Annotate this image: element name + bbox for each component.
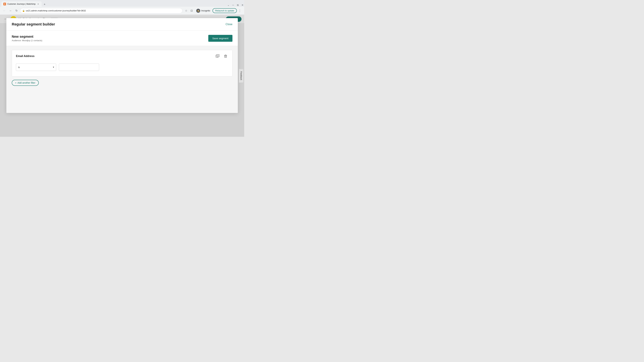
incognito-area: 🕵 Incognito <box>194 8 212 13</box>
audience-text: Audience: Moodjoy (1 contacts) <box>12 39 42 42</box>
trash-icon <box>224 54 228 58</box>
segment-header: New segment Audience: Moodjoy (1 contact… <box>6 31 238 46</box>
nav-bar: ← → ↻ 🔒 us21.admin.mailchimp.com/custome… <box>0 7 244 14</box>
segment-name: New segment <box>12 35 42 38</box>
filter-actions <box>215 53 228 59</box>
tab-favicon: M <box>3 3 6 5</box>
modal-overlay: Regular segment builder Close New segmen… <box>0 15 244 137</box>
forward-button[interactable]: → <box>8 8 13 13</box>
reload-button[interactable]: ↻ <box>14 8 19 13</box>
page-content: ← 🐒 My Drip Campaign Flow Draft Publish … <box>0 15 244 137</box>
minimize-button[interactable]: ─ <box>232 3 235 7</box>
address-text: us21.admin.mailchimp.com/customer-journe… <box>26 9 86 12</box>
browser-chrome: M Customer Journeys | Mailchimp ✕ + ⌄ ─ … <box>0 0 244 15</box>
condition-select[interactable]: is is not contains does not contain star… <box>16 63 56 71</box>
feedback-tab[interactable]: Feedback <box>239 69 244 83</box>
address-bar[interactable]: 🔒 us21.admin.mailchimp.com/customer-jour… <box>20 8 182 13</box>
segment-info: New segment Audience: Moodjoy (1 contact… <box>12 35 42 42</box>
browser-menu-icon[interactable]: ⋮ <box>238 8 242 13</box>
extensions-icon[interactable]: ⊡ <box>189 8 194 13</box>
feedback-label: Feedback <box>240 71 242 80</box>
svg-rect-4 <box>224 55 226 57</box>
tab-close-button[interactable]: ✕ <box>37 3 40 5</box>
segment-content: Email Address <box>6 46 238 113</box>
filter-card-header: Email Address <box>16 53 228 59</box>
new-tab-button[interactable]: + <box>42 2 47 7</box>
filter-card: Email Address <box>12 50 232 76</box>
lock-icon: 🔒 <box>22 9 25 12</box>
duplicate-filter-button[interactable] <box>215 53 220 59</box>
filter-row: is is not contains does not contain star… <box>16 61 228 73</box>
modal-header: Regular segment builder Close <box>6 18 238 31</box>
relaunch-button[interactable]: Relaunch to update <box>212 8 237 13</box>
bookmark-icon[interactable]: ☆ <box>184 8 188 13</box>
chevron-down-icon[interactable]: ⌄ <box>227 3 230 7</box>
duplicate-icon <box>216 54 219 58</box>
tab-bar: M Customer Journeys | Mailchimp ✕ + ⌄ ─ … <box>0 0 244 7</box>
close-button[interactable]: Close <box>226 23 232 26</box>
delete-filter-button[interactable] <box>223 53 228 59</box>
add-filter-button[interactable]: + Add another filter <box>12 80 39 86</box>
back-button[interactable]: ← <box>2 8 7 13</box>
save-segment-button[interactable]: Save segment <box>208 35 232 42</box>
nav-right: ☆ ⊡ 🕵 Incognito Relaunch to update ⋮ <box>184 8 242 13</box>
modal-body: New segment Audience: Moodjoy (1 contact… <box>6 31 238 113</box>
incognito-icon: 🕵 <box>196 9 200 13</box>
plus-icon: + <box>15 81 16 84</box>
window-controls: ⌄ ─ ⧉ ✕ <box>227 3 244 7</box>
modal-title: Regular segment builder <box>12 22 55 26</box>
incognito-label: Incognito <box>201 9 210 12</box>
tab-title: Customer Journeys | Mailchimp <box>8 3 36 5</box>
filter-value-input[interactable] <box>59 63 99 71</box>
close-window-button[interactable]: ✕ <box>241 3 244 7</box>
active-tab[interactable]: M Customer Journeys | Mailchimp ✕ <box>1 1 42 7</box>
filter-field-label: Email Address <box>16 55 34 58</box>
maximize-button[interactable]: ⧉ <box>236 3 240 7</box>
condition-select-wrapper: is is not contains does not contain star… <box>16 63 56 71</box>
modal: Regular segment builder Close New segmen… <box>6 18 238 113</box>
add-filter-label: Add another filter <box>18 81 36 84</box>
